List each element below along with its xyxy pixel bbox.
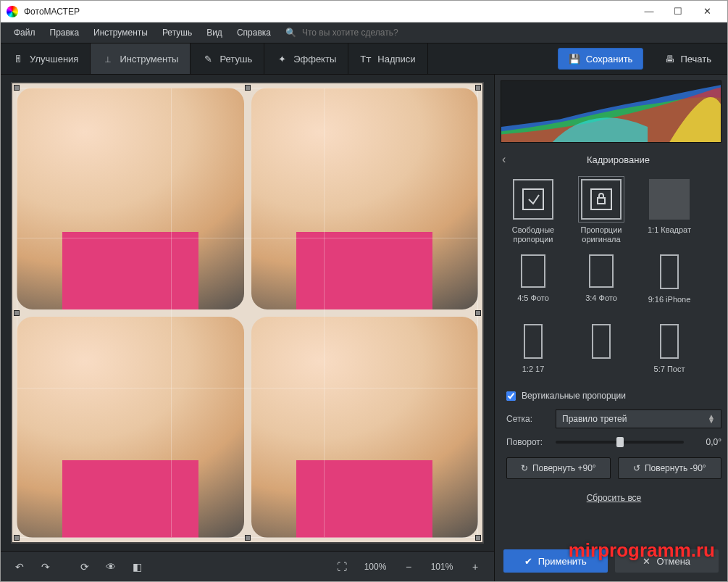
image-canvas[interactable] [11,82,484,544]
close-button[interactable]: ✕ [693,1,721,22]
tab-label: Ретушь [219,54,252,65]
tab-enhance[interactable]: 🎚 Улучшения [1,43,91,74]
crop-preset[interactable]: Свободные пропорции [503,176,563,244]
check-icon: ✔ [524,556,532,567]
compare-button[interactable]: ◧ [127,557,147,577]
print-icon: 🖶 [665,54,674,65]
preset-label: 5:7 Пост [654,365,685,383]
tab-tools[interactable]: ⟂ Инструменты [91,43,191,74]
rotate-label: Поворот: [506,437,548,447]
menu-view[interactable]: Вид [201,25,228,41]
zoom-in-button[interactable]: + [465,557,485,577]
crop-preset[interactable]: Пропорции оригинала [572,176,631,244]
maximize-button[interactable]: ☐ [664,1,693,22]
tab-effects[interactable]: ✦ Эффекты [264,43,348,74]
crop-handle-l[interactable] [14,310,20,316]
preset-label: 3:4 Фото [585,294,617,312]
reset-all-link[interactable]: Сбросить все [587,493,642,503]
bottom-toolbar: ↶ ↷ ⟳ 👁 ◧ ⛶ 100% − 101% + [1,551,494,581]
history-button[interactable]: ⟳ [75,557,95,577]
crop-preset[interactable]: 1:2 17 [503,321,563,383]
rotate-cw-icon: ↻ [521,463,528,473]
tab-text[interactable]: Tᴛ Надписи [348,43,427,74]
apply-button[interactable]: ✔ Применить [503,549,608,573]
search-icon: 🔍 [285,28,296,38]
tab-label: Улучшения [30,54,78,65]
preset-label: 9:16 iPhone [648,295,691,314]
tab-retouch[interactable]: ✎ Ретушь [191,43,264,74]
search-input[interactable] [299,26,430,39]
portrait-icon [589,254,614,288]
crop-handle-t[interactable] [245,85,251,91]
titlebar: ФотоМАСТЕР — ☐ ✕ [1,1,727,22]
svg-rect-1 [591,189,611,209]
grid-label: Сетка: [506,414,548,424]
crop-handle-bl[interactable] [14,535,20,541]
crop-handle-tr[interactable] [475,85,481,91]
narrow-icon [660,254,679,289]
square-icon [649,179,690,220]
minimize-button[interactable]: — [635,1,664,22]
crop-handle-tl[interactable] [14,85,20,91]
crop-preset[interactable]: 5:7 Пост [640,321,699,383]
crop-preset[interactable]: 1:1 Квадрат [640,176,699,244]
menu-edit[interactable]: Правка [44,25,85,41]
narrow-icon [660,324,679,359]
rotate-slider[interactable] [556,441,684,444]
tab-label: Инструменты [120,54,178,65]
save-icon: 💾 [569,54,580,65]
crop-preset[interactable]: 4:5 Фото [503,251,563,314]
rotate-cw-button[interactable]: ↻ Повернуть +90° [506,457,611,479]
grid-select[interactable]: Правило третей ▲▼ [556,410,721,428]
redo-button[interactable]: ↷ [35,557,56,577]
zoom-out-button[interactable]: − [398,557,419,577]
menu-help[interactable]: Справка [231,25,277,41]
crop-handle-b[interactable] [245,535,251,541]
preset-label: 4:5 Фото [517,294,549,312]
vertical-proportions-checkbox[interactable] [506,391,516,401]
menu-retouch[interactable]: Ретушь [156,25,198,41]
crop-overlay[interactable] [17,88,478,538]
rotate-ccw-icon: ↺ [633,463,640,473]
side-panel: ‹ Кадрирование Свободные пропорцииПропор… [494,75,727,581]
canvas-pane: ↶ ↷ ⟳ 👁 ◧ ⛶ 100% − 101% + [1,75,494,581]
crop-icon: ⟂ [102,53,114,65]
narrow-icon [592,324,611,359]
crop-handle-br[interactable] [475,535,481,541]
preview-button[interactable]: 👁 [101,557,121,577]
undo-button[interactable]: ↶ [9,557,30,577]
preset-label: 1:1 Квадрат [648,225,691,244]
wand-icon: ✦ [276,53,288,65]
rotate-slider-knob[interactable] [616,437,624,447]
cancel-button[interactable]: ✕ Отмена [615,549,719,573]
rotate-cw-label: Повернуть +90° [532,463,596,473]
rotate-ccw-button[interactable]: ↺ Повернуть -90° [618,457,722,479]
text-icon: Tᴛ [360,53,372,65]
panel-scroll[interactable]: Свободные пропорцииПропорции оригинала1:… [495,172,727,544]
menu-file[interactable]: Файл [8,25,41,41]
crop-preset[interactable] [572,321,631,383]
print-button[interactable]: 🖶 Печать [655,48,721,70]
apply-label: Применить [538,556,587,567]
save-label: Сохранить [586,54,633,65]
save-button[interactable]: 💾 Сохранить [558,48,644,70]
zoom-readout: 101% [424,562,459,572]
narrow-icon [524,324,543,359]
histogram [501,80,721,143]
svg-rect-0 [523,189,543,209]
panel-title: Кадрирование [516,154,720,165]
svg-rect-2 [598,198,605,204]
fit-screen-button[interactable]: ⛶ [332,557,352,577]
window-title: ФотоМАСТЕР [24,7,635,17]
preset-label: Пропорции оригинала [572,225,631,244]
crop-preset[interactable]: 9:16 iPhone [640,251,699,314]
menu-tools[interactable]: Инструменты [88,25,154,41]
crop-preset[interactable]: 3:4 Фото [572,251,631,314]
crop-handle-r[interactable] [475,310,481,316]
chevron-updown-icon: ▲▼ [708,415,715,423]
panel-back-button[interactable]: ‹ [502,153,516,166]
rotate-ccw-label: Повернуть -90° [645,463,706,473]
vertical-proportions-label: Вертикальные пропорции [522,391,626,401]
menubar: Файл Правка Инструменты Ретушь Вид Справ… [1,22,727,43]
app-logo-icon [7,6,18,17]
